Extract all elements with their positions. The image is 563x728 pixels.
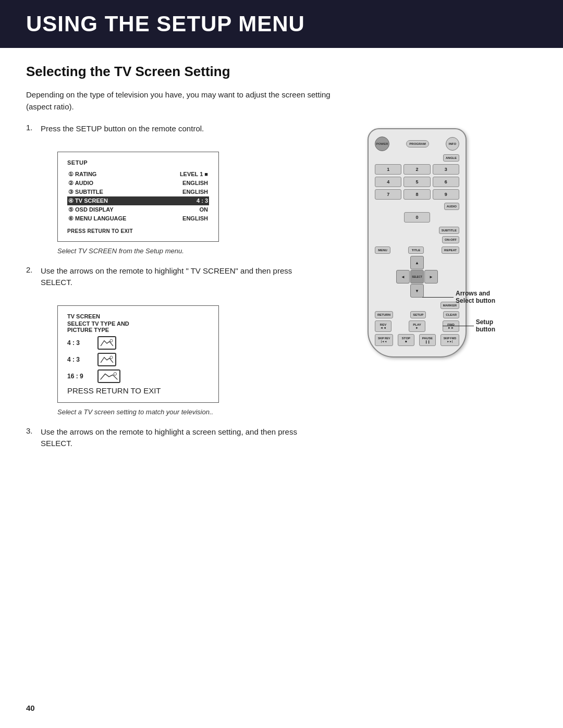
section-title: Selecting the TV Screen Setting bbox=[26, 64, 537, 80]
menu-value-audio: ENGLISH bbox=[152, 179, 209, 188]
num-8-button[interactable]: 8 bbox=[403, 189, 430, 200]
num-9-button[interactable]: 9 bbox=[433, 189, 459, 200]
title-button[interactable]: TITLE bbox=[408, 246, 424, 254]
page-number: 40 bbox=[26, 704, 35, 712]
setup-menu-box: SETUP ① RATING LEVEL 1 ■ ② AUDIO ENGLISH… bbox=[57, 152, 219, 242]
tvscreen-title: TV SCREEN bbox=[67, 313, 209, 319]
menu-value-osd: ON bbox=[152, 205, 209, 214]
num-1-button[interactable]: 1 bbox=[375, 164, 401, 175]
tvscreen-ratio-3: 16 : 9 bbox=[67, 373, 93, 380]
step-num-1: 1. bbox=[26, 123, 41, 132]
angle-row: ANGLE bbox=[375, 154, 459, 162]
menu-value-language: ENGLISH bbox=[152, 214, 209, 223]
tvscreen-option-1: 4 : 3 bbox=[67, 336, 209, 350]
subtitle-row: SUBTITLE bbox=[375, 227, 459, 234]
audio-row: AUDIO bbox=[375, 203, 459, 210]
menu-row-language: ⑥ MENU LANGUAGE ENGLISH bbox=[67, 214, 209, 223]
tvscreen-icon-3 bbox=[97, 369, 120, 383]
skip-row: SKIP REV|◄◄ STOP■ PAUSE❙❙ SKIP FWD►►| bbox=[375, 334, 459, 346]
dpad-empty-tr bbox=[424, 256, 438, 269]
step-text-2: Use the arrows on the remote to highligh… bbox=[41, 265, 323, 289]
remote-power-row: POWER PROGRAM INFO bbox=[375, 137, 459, 151]
stop-button[interactable]: STOP■ bbox=[398, 334, 414, 346]
num-3-button[interactable]: 3 bbox=[433, 164, 459, 175]
onoff-row: ON-OFF bbox=[375, 236, 459, 243]
step-3: 3. Use the arrows on the remote to highl… bbox=[26, 426, 323, 458]
num-0-button[interactable]: 0 bbox=[404, 212, 430, 223]
menu-row-audio: ② AUDIO ENGLISH bbox=[67, 179, 209, 188]
tvscreen-ratio-1: 4 : 3 bbox=[67, 339, 93, 347]
step-num-3: 3. bbox=[26, 426, 41, 435]
setup-callout-label: Setupbutton bbox=[476, 318, 495, 333]
menu-row-subtitle: ③ SUBTITLE ENGLISH bbox=[67, 188, 209, 196]
power-button[interactable]: POWER bbox=[375, 137, 389, 151]
setup-menu-table: ① RATING LEVEL 1 ■ ② AUDIO ENGLISH ③ SUB… bbox=[67, 170, 209, 223]
left-content: 1. Press the SETUP button on the remote … bbox=[26, 123, 323, 466]
zero-row: 0 bbox=[375, 212, 459, 223]
remote-area: POWER PROGRAM INFO ANGLE 1 2 3 4 bbox=[341, 128, 493, 357]
clear-button[interactable]: CLEAR bbox=[443, 311, 459, 318]
dpad-left-button[interactable]: ◄ bbox=[396, 270, 410, 283]
num-5-button[interactable]: 5 bbox=[403, 177, 430, 187]
bottom-row: RETURN SETUP CLEAR bbox=[375, 311, 459, 318]
arrows-callout-line bbox=[422, 297, 454, 298]
num-6-button[interactable]: 6 bbox=[433, 177, 459, 187]
right-content: POWER PROGRAM INFO ANGLE 1 2 3 4 bbox=[323, 123, 511, 357]
step-text-3: Use the arrows on the remote to highligh… bbox=[41, 426, 323, 450]
rev-button[interactable]: REV◄◄ bbox=[375, 320, 391, 332]
info-button[interactable]: INFO bbox=[446, 137, 459, 151]
power-label: POWER bbox=[376, 142, 388, 145]
audio-button[interactable]: AUDIO bbox=[444, 203, 459, 210]
svg-rect-4 bbox=[99, 370, 119, 382]
setup-menu-title: SETUP bbox=[67, 159, 209, 166]
return-button[interactable]: RETURN bbox=[375, 311, 393, 318]
tvscreen-subtitle1: SELECT TV TYPE AND PICTURE TYPE bbox=[67, 320, 209, 333]
num-4-button[interactable]: 4 bbox=[375, 177, 401, 187]
step-num-2: 2. bbox=[26, 265, 41, 274]
angle-button[interactable]: ANGLE bbox=[443, 154, 459, 162]
dpad-empty-bl bbox=[396, 284, 410, 298]
tvscreen-menu-footer: PRESS RETURN TO EXIT bbox=[67, 386, 209, 395]
select-button[interactable]: SELECT bbox=[410, 270, 424, 283]
pause-button[interactable]: PAUSE❙❙ bbox=[419, 334, 436, 346]
caption-1: Select TV SCREEN from the Setup menu. bbox=[57, 247, 323, 255]
dpad-right-button[interactable]: ► bbox=[424, 270, 438, 283]
tvscreen-option-3: 16 : 9 bbox=[67, 369, 209, 383]
program-button[interactable]: PROGRAM bbox=[406, 140, 429, 147]
skip-fwd-button[interactable]: SKIP FWD►►| bbox=[440, 334, 459, 346]
menu-row-osd: ⑤ OSD DISPLAY ON bbox=[67, 205, 209, 214]
menu-item-rating: ① RATING bbox=[67, 170, 152, 179]
menu-row-rating: ① RATING LEVEL 1 ■ bbox=[67, 170, 209, 179]
page-title: USING THE SETUP MENU bbox=[26, 11, 542, 36]
menu-button[interactable]: MENU bbox=[375, 246, 390, 254]
skip-rev-button[interactable]: SKIP REV|◄◄ bbox=[375, 334, 393, 346]
play-button[interactable]: PLAY► bbox=[409, 320, 425, 332]
tvscreen-ratio-2: 4 : 3 bbox=[67, 356, 93, 363]
subtitle-button[interactable]: SUBTITLE bbox=[439, 227, 459, 234]
caption-2: Select a TV screen setting to match your… bbox=[57, 408, 323, 416]
intro-text: Depending on the type of television you … bbox=[26, 89, 339, 113]
setup-callout-line bbox=[443, 326, 474, 326]
repeat-button[interactable]: REPEAT bbox=[442, 246, 459, 254]
tvscreen-option-2: 4 : 3 bbox=[67, 353, 209, 366]
menu-value-tvscreen: 4 : 3 bbox=[152, 196, 209, 205]
menu-item-osd: ⑤ OSD DISPLAY bbox=[67, 205, 152, 214]
arrows-callout-label: Arrows andSelect button bbox=[456, 290, 495, 304]
step-2: 2. Use the arrows on the remote to highl… bbox=[26, 265, 323, 297]
tvscreen-menu-box: TV SCREEN SELECT TV TYPE AND PICTURE TYP… bbox=[57, 305, 219, 403]
step-text-1: Press the SETUP button on the remote con… bbox=[41, 123, 204, 135]
menu-row-tvscreen: ④ TV SCREEN 4 : 3 bbox=[67, 196, 209, 205]
menu-item-audio: ② AUDIO bbox=[67, 179, 152, 188]
step-1: 1. Press the SETUP button on the remote … bbox=[26, 123, 323, 143]
num-2-button[interactable]: 2 bbox=[403, 164, 430, 175]
menu-item-language: ⑥ MENU LANGUAGE bbox=[67, 214, 152, 223]
num-7-button[interactable]: 7 bbox=[375, 189, 401, 200]
setup-menu-footer: PRESS RETURN TO EXIT bbox=[67, 228, 209, 234]
dpad-up-button[interactable]: ▲ bbox=[410, 256, 424, 269]
menu-item-subtitle: ③ SUBTITLE bbox=[67, 188, 152, 196]
onoff-button[interactable]: ON-OFF bbox=[442, 236, 459, 243]
setup-button[interactable]: SETUP bbox=[410, 311, 426, 318]
arrows-callout: Arrows andSelect button bbox=[422, 290, 495, 304]
tvscreen-icon-2 bbox=[97, 353, 116, 366]
menu-item-tvscreen: ④ TV SCREEN bbox=[67, 196, 152, 205]
